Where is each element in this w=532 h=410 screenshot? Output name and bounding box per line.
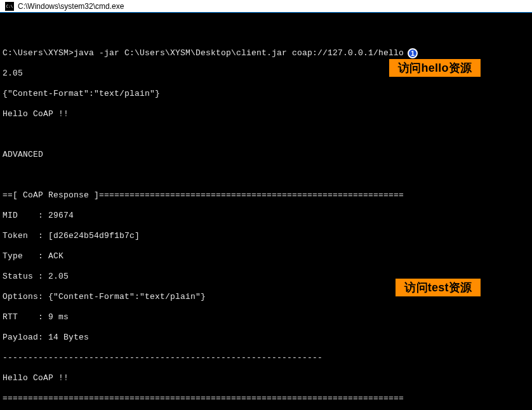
blank-line: [3, 170, 529, 180]
separator: ----------------------------------------…: [3, 353, 529, 363]
annotation-hello: 访问hello资源: [389, 58, 481, 77]
badge-1: 1: [408, 48, 418, 58]
blank-line: [3, 28, 529, 38]
advanced-label: ADVANCED: [3, 150, 529, 160]
window-title-bar[interactable]: C:\Windows\system32\cmd.exe: [0, 0, 532, 13]
content-format: {"Content-Format":"text/plain"}: [3, 89, 529, 99]
prompt-line-1: C:\Users\XYSM>java -jar C:\Users\XYSM\De…: [3, 48, 529, 58]
response-body: Hello CoAP !!: [3, 109, 529, 119]
response-header: ==[ CoAP Response ]=====================…: [3, 190, 529, 201]
payload-line: Payload: 14 Bytes: [3, 333, 529, 343]
blank-line: [3, 129, 529, 140]
annotation-test: 访问test资源: [395, 278, 481, 297]
mid-line: MID : 29674: [3, 211, 529, 221]
cmd-icon: [5, 2, 14, 11]
rtt-line: RTT : 9 ms: [3, 312, 529, 322]
response-footer: ========================================…: [3, 393, 529, 404]
payload-body: Hello CoAP !!: [3, 373, 529, 383]
token-line: Token : [d26e24b54d9f1b7c]: [3, 231, 529, 241]
window-title: C:\Windows\system32\cmd.exe: [18, 2, 124, 11]
terminal-output[interactable]: C:\Users\XYSM>java -jar C:\Users\XYSM\De…: [0, 13, 532, 410]
type-line: Type : ACK: [3, 251, 529, 261]
